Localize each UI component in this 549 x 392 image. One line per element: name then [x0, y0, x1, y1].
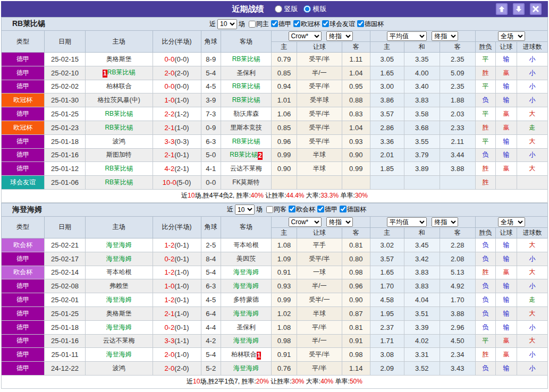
outcome-cell: 平	[476, 134, 496, 148]
goals-result-cell: 小	[517, 320, 548, 334]
scope-select[interactable]: 全场	[498, 31, 525, 41]
summary-segment: 30%	[291, 378, 304, 385]
outcome-cell: 胜	[476, 162, 496, 176]
col-ah-line: 让球	[297, 42, 342, 53]
league-checkbox[interactable]	[340, 206, 347, 212]
home-team-cell: 弗赖堡	[86, 279, 153, 293]
away-team-name[interactable]: 海登海姆	[233, 337, 259, 344]
corner-cell: 5-2	[201, 362, 221, 376]
home-team-name[interactable]: 斯图加特	[106, 151, 132, 158]
away-team-name[interactable]: 海登海姆	[233, 282, 259, 289]
home-team-name[interactable]: RB莱比锡	[105, 178, 133, 186]
away-team-name[interactable]: RB莱比锡	[232, 96, 260, 104]
home-team-name[interactable]: 海登海姆	[106, 255, 132, 262]
away-team-name[interactable]: RB莱比锡	[232, 82, 260, 90]
league-checkbox[interactable]	[271, 20, 278, 27]
same-venue-checkbox[interactable]	[266, 206, 273, 213]
away-team-name[interactable]: RB莱比锡	[232, 138, 260, 145]
asian-company-select[interactable]: Crow*	[289, 31, 322, 41]
col-goals: 进球数	[517, 227, 548, 238]
league-checkbox[interactable]	[289, 206, 295, 212]
close-icon	[532, 5, 539, 13]
home-team-name[interactable]: 海登海姆	[106, 323, 132, 331]
away-team-name[interactable]: 圣保利	[237, 323, 256, 331]
close-button[interactable]	[530, 3, 542, 15]
title-bar: 近期战绩 竖版 横版	[1, 1, 548, 17]
move-up-button[interactable]	[496, 3, 508, 15]
same-venue-checkbox[interactable]	[249, 21, 256, 28]
away-team-name[interactable]: 勒沃库森	[233, 110, 259, 117]
euro-away-odds-cell: 3.44	[440, 148, 476, 162]
away-team-name[interactable]: 圣保利	[237, 69, 256, 76]
away-team-cell: RB莱比锡	[221, 134, 272, 148]
away-team-name[interactable]: 哥本哈根	[233, 241, 259, 249]
euro-away-odds-cell: 2.35	[440, 80, 476, 93]
summary-segment: 20%	[256, 378, 269, 385]
asian-company-select[interactable]: Crow*	[289, 217, 322, 227]
euro-company-select[interactable]: 平均值	[387, 217, 427, 227]
home-team-name[interactable]: RB莱比锡	[105, 124, 133, 131]
score-cell: 2-1(0-1)	[153, 148, 201, 162]
home-team-name[interactable]: 柏林联合	[106, 82, 132, 90]
home-team-name[interactable]: 云达不莱梅	[103, 337, 135, 344]
home-team-name[interactable]: 波鸿	[113, 138, 125, 145]
away-team-name[interactable]: 云达不莱梅	[230, 165, 262, 172]
asian-line-cell: 一球	[297, 266, 342, 279]
radio-horizontal-layout[interactable]	[303, 5, 311, 13]
away-team-cell: 柏林联合1	[221, 348, 272, 362]
home-team-name[interactable]: 海登海姆	[106, 241, 132, 249]
move-down-button[interactable]	[513, 3, 525, 15]
asian-line-cell: 半/一	[297, 279, 342, 293]
away-team-name[interactable]: 海登海姆	[233, 364, 259, 372]
away-team-name[interactable]: FK莫斯特	[232, 178, 259, 186]
away-team-name[interactable]: RB莱比锡	[232, 55, 260, 63]
match-count-select[interactable]: 10	[217, 19, 237, 29]
league-checkbox[interactable]	[317, 206, 324, 212]
goals-result-cell: 走	[517, 293, 548, 307]
away-team-name[interactable]: 美因茨	[237, 255, 256, 262]
match-count-select[interactable]: 10	[235, 204, 255, 215]
halftime-score: (0-1)	[174, 241, 189, 249]
asian-away-odds-cell: 0.91	[342, 334, 370, 348]
outcome-cell: 负	[476, 93, 496, 107]
euro-away-odds-cell: 2.28	[440, 238, 476, 252]
home-team-name[interactable]: 哥本哈根	[106, 268, 132, 276]
home-team-name[interactable]: RB莱比锡	[105, 165, 133, 172]
matches-tbody: 欧会杯 25-02-21 海登海姆 1-2(0-1) 2-5 哥本哈根 1.08…	[2, 238, 548, 375]
away-team-name[interactable]: RB莱比锡	[230, 151, 258, 158]
radio-vertical-layout[interactable]	[275, 5, 282, 13]
home-team-name[interactable]: 格拉茨风暴(中)	[98, 96, 140, 104]
goals-result-cell: 小	[517, 80, 548, 93]
euro-stage-select[interactable]: 终指	[432, 31, 458, 41]
euro-company-select[interactable]: 平均值	[387, 31, 427, 41]
home-team-name[interactable]: RB莱比锡	[105, 110, 133, 117]
league-checkboxes: 欧会杯德甲德国杯	[286, 205, 366, 214]
home-team-name[interactable]: 波鸿	[113, 364, 125, 372]
euro-stage-select[interactable]: 终指	[432, 217, 458, 227]
home-team-name[interactable]: 弗赖堡	[109, 282, 129, 289]
league-checkbox[interactable]	[322, 20, 329, 27]
home-team-cell: 海登海姆	[86, 238, 153, 252]
asian-stage-select[interactable]: 终指	[326, 31, 353, 41]
near-label: 近	[227, 205, 233, 214]
fulltime-score: 4-2	[164, 165, 174, 173]
scope-select[interactable]: 全场	[498, 217, 525, 227]
home-team-name[interactable]: 海登海姆	[106, 351, 132, 358]
home-team-name[interactable]: 奥格斯堡	[106, 310, 132, 317]
away-team-name[interactable]: 海登海姆	[233, 310, 259, 317]
league-checkbox[interactable]	[293, 20, 300, 27]
home-team-name[interactable]: 海登海姆	[106, 296, 132, 303]
league-checkbox[interactable]	[357, 20, 364, 27]
date-cell: 25-01-16	[45, 148, 86, 162]
away-team-name[interactable]: 柏林联合	[231, 351, 257, 358]
fulltime-score: 1-2	[164, 268, 174, 276]
asian-stage-select[interactable]: 终指	[326, 217, 353, 227]
home-team-cell: 海登海姆	[86, 252, 153, 266]
euro-draw-odds-cell: 3.79	[404, 148, 440, 162]
home-team-name[interactable]: RB莱比锡	[107, 69, 136, 76]
away-team-name[interactable]: 里斯本竞技	[230, 124, 262, 131]
away-team-name[interactable]: 海登海姆	[233, 268, 259, 276]
away-team-name[interactable]: 多特蒙德	[233, 296, 259, 303]
euro-draw-odds-cell: 3.42	[404, 252, 440, 266]
home-team-name[interactable]: 奥格斯堡	[106, 55, 132, 63]
